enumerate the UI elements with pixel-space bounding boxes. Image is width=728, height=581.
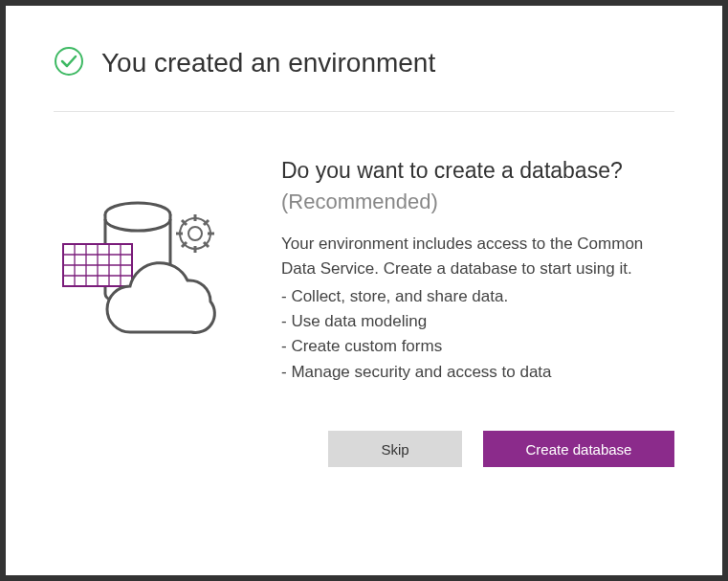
database-illustration-icon [54, 158, 254, 467]
list-item: - Manage security and access to data [281, 360, 674, 385]
recommended-label: (Recommended) [281, 190, 674, 214]
dialog-footer: Skip Create database [281, 431, 674, 467]
environment-created-dialog: You created an environment [6, 6, 722, 575]
list-item: - Create custom forms [281, 334, 674, 359]
skip-button[interactable]: Skip [328, 431, 462, 467]
dialog-content: Do you want to create a database? (Recom… [54, 158, 674, 467]
list-item: - Collect, store, and share data. [281, 284, 674, 309]
content-subtitle: Do you want to create a database? [281, 158, 674, 184]
svg-point-10 [180, 218, 210, 249]
dialog-title: You created an environment [101, 47, 435, 79]
dialog-header: You created an environment [54, 46, 674, 112]
bullet-list: - Collect, store, and share data. - Use … [281, 284, 674, 385]
create-database-button[interactable]: Create database [483, 431, 674, 467]
list-item: - Use data modeling [281, 309, 674, 334]
svg-point-1 [188, 227, 202, 240]
success-checkmark-icon [54, 46, 84, 80]
content-description: Your environment includes access to the … [281, 232, 674, 282]
svg-point-0 [55, 48, 82, 75]
content-text: Do you want to create a database? (Recom… [281, 158, 674, 467]
